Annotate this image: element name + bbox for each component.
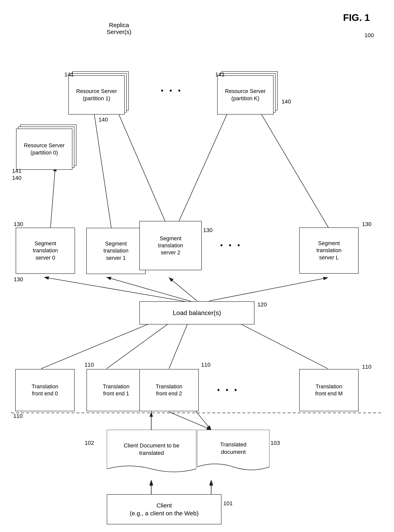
label-101: 101 xyxy=(223,500,233,507)
dots-seg: • • • xyxy=(220,241,242,249)
trans-front-1: Translationfront end 1 xyxy=(87,369,146,411)
label-110-f0: 110 xyxy=(13,413,23,419)
resource-server-1: Resource Server(partition 1) xyxy=(68,71,129,113)
resource-server-0: Resource Server(partition 0) xyxy=(16,125,76,169)
figure-title: FIG. 1 xyxy=(343,12,370,23)
label-110-f2: 110 xyxy=(201,362,211,368)
label-130-s0b: 130 xyxy=(14,221,23,228)
client: Client(e.g., a client on the Web) xyxy=(107,494,221,524)
seg-server-0: Segmenttranslationserver 0 xyxy=(16,228,75,274)
svg-line-24 xyxy=(169,412,211,430)
label-110-fm: 110 xyxy=(362,364,372,370)
svg-line-6 xyxy=(50,167,55,230)
svg-line-9 xyxy=(175,102,232,230)
label-140-mid: 140 xyxy=(98,117,108,123)
seg-server-1: Segmenttranslationserver 1 xyxy=(86,228,146,274)
diagram: FIG. 1 100 ReplicaServer(s) Resource Ser… xyxy=(0,0,394,532)
label-140-rsk: 140 xyxy=(282,98,291,105)
translated-doc: Translateddocument 103 xyxy=(197,430,270,476)
dots-resource: • • • xyxy=(161,86,183,95)
resource-server-k: Resource Server(partition K) xyxy=(217,71,278,113)
trans-front-0: Translationfront end 0 xyxy=(15,369,75,411)
svg-line-5 xyxy=(209,278,328,301)
label-103: 103 xyxy=(270,440,280,446)
client-doc: Client Document to betranslated 102 xyxy=(107,430,196,478)
svg-line-10 xyxy=(254,102,330,230)
label-141-rs1: 141 xyxy=(64,71,74,78)
load-balancer: Load balancer(s) xyxy=(139,301,254,324)
label-110-f1: 110 xyxy=(84,362,94,368)
seg-server-l: Segmenttranslationserver L xyxy=(299,228,359,274)
svg-line-2 xyxy=(44,277,185,301)
label-120: 120 xyxy=(257,301,267,308)
label-130-sl: 130 xyxy=(362,221,372,228)
label-102: 102 xyxy=(85,440,94,446)
replica-servers-label: ReplicaServer(s) xyxy=(107,22,131,35)
seg-server-2: Segmenttranslationserver 2 xyxy=(139,221,202,270)
svg-line-4 xyxy=(169,278,197,301)
label-130-s2: 130 xyxy=(203,227,213,233)
trans-front-m: Translationfront end M xyxy=(299,369,359,411)
label-141-rs0: 141 xyxy=(12,168,21,174)
trans-front-2: Translationfront end 2 xyxy=(139,369,199,411)
label-140-rs0: 140 xyxy=(12,175,21,181)
svg-line-3 xyxy=(107,277,191,301)
dots-front: • • • xyxy=(217,386,239,394)
label-130-s0: 130 xyxy=(14,276,23,283)
svg-line-8 xyxy=(114,102,169,230)
label-141-rsk: 141 xyxy=(215,71,225,78)
label-100: 100 xyxy=(364,32,374,39)
